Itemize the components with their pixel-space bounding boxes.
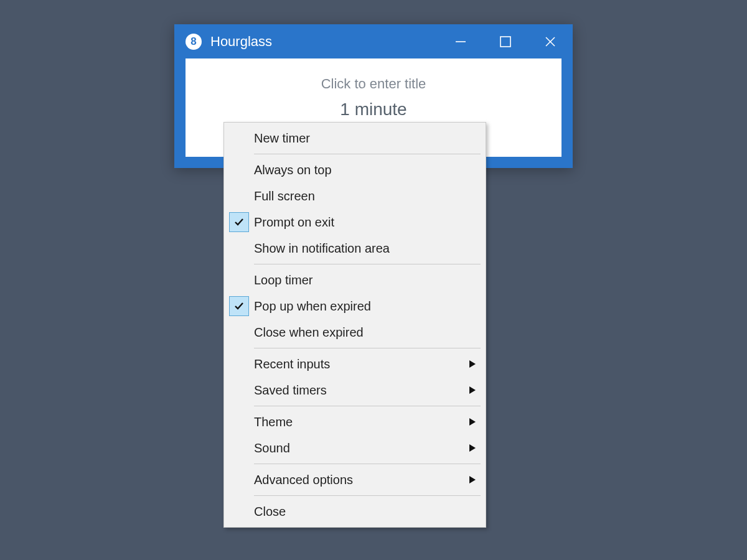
menu-item-gutter [224, 351, 254, 377]
menu-item-pop-up-when-expired[interactable]: Pop up when expired [224, 293, 486, 319]
menu-separator [254, 264, 481, 264]
menu-item-close-when-expired[interactable]: Close when expired [224, 319, 486, 345]
svg-marker-5 [469, 386, 476, 394]
context-menu: New timerAlways on topFull screenPrompt … [223, 122, 486, 528]
check-icon [229, 212, 249, 232]
menu-separator [254, 348, 481, 348]
menu-item-saved-timers[interactable]: Saved timers [224, 377, 486, 403]
menu-item-label: Sound [254, 441, 486, 455]
menu-item-gutter [224, 183, 254, 209]
menu-item-label: Loop timer [254, 273, 486, 287]
menu-item-label: Full screen [254, 189, 486, 203]
close-icon [544, 35, 557, 48]
app-icon: 8 [186, 34, 202, 50]
menu-item-show-in-notification[interactable]: Show in notification area [224, 235, 486, 261]
menu-item-label: Close [254, 505, 486, 519]
svg-marker-4 [469, 360, 476, 368]
menu-item-gutter [224, 319, 254, 345]
submenu-arrow-icon [469, 386, 476, 394]
app-icon-text: 8 [190, 35, 196, 48]
menu-separator [254, 464, 481, 464]
titlebar[interactable]: 8 Hourglass [174, 24, 573, 58]
menu-item-label: Theme [254, 415, 486, 429]
menu-item-gutter [224, 435, 254, 461]
menu-item-label: Pop up when expired [254, 299, 486, 314]
submenu-arrow-icon [469, 418, 476, 426]
menu-item-gutter [224, 293, 254, 319]
menu-item-label: Show in notification area [254, 241, 486, 256]
menu-item-always-on-top[interactable]: Always on top [224, 157, 486, 183]
menu-separator [254, 495, 481, 496]
maximize-icon [500, 36, 511, 47]
timer-title-input[interactable]: Click to enter title [186, 76, 561, 92]
menu-item-label: Prompt on exit [254, 215, 486, 230]
maximize-button[interactable] [483, 24, 528, 58]
close-window-button[interactable] [528, 24, 573, 58]
submenu-arrow-icon [469, 444, 476, 452]
menu-item-gutter [224, 409, 254, 435]
menu-item-prompt-on-exit[interactable]: Prompt on exit [224, 209, 486, 235]
menu-item-label: Recent inputs [254, 357, 486, 371]
svg-marker-8 [469, 476, 476, 483]
menu-item-gutter [224, 498, 254, 525]
menu-item-label: Close when expired [254, 325, 486, 340]
window-title: Hourglass [210, 34, 438, 50]
minimize-icon [454, 35, 467, 48]
timer-value-input[interactable]: 1 minute [186, 100, 561, 119]
svg-rect-1 [500, 37, 510, 47]
minimize-button[interactable] [438, 24, 483, 58]
menu-item-label: Always on top [254, 163, 486, 177]
menu-item-advanced-options[interactable]: Advanced options [224, 467, 486, 493]
menu-item-theme[interactable]: Theme [224, 409, 486, 435]
menu-item-recent-inputs[interactable]: Recent inputs [224, 351, 486, 377]
check-icon [229, 296, 249, 316]
menu-item-gutter [224, 125, 254, 151]
svg-marker-6 [469, 418, 476, 426]
menu-item-full-screen[interactable]: Full screen [224, 183, 486, 209]
menu-item-gutter [224, 267, 254, 293]
submenu-arrow-icon [469, 476, 476, 483]
menu-item-loop-timer[interactable]: Loop timer [224, 267, 486, 293]
menu-item-label: New timer [254, 131, 486, 146]
menu-item-gutter [224, 209, 254, 235]
menu-separator [254, 406, 481, 406]
submenu-arrow-icon [469, 360, 476, 368]
menu-item-close[interactable]: Close [224, 498, 486, 525]
menu-item-sound[interactable]: Sound [224, 435, 486, 461]
menu-item-label: Advanced options [254, 473, 486, 487]
menu-item-gutter [224, 157, 254, 183]
svg-marker-7 [469, 444, 476, 452]
menu-item-gutter [224, 235, 254, 261]
menu-item-gutter [224, 377, 254, 403]
menu-item-new-timer[interactable]: New timer [224, 125, 486, 151]
menu-item-label: Saved timers [254, 383, 486, 398]
menu-separator [254, 154, 481, 154]
menu-item-gutter [224, 467, 254, 493]
